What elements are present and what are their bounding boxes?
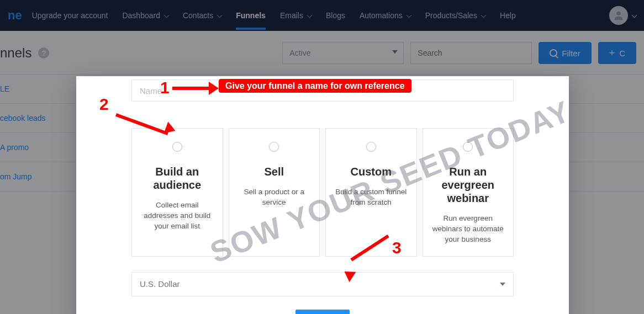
option-desc: Run evergreen webinars to automate your …	[430, 214, 507, 245]
option-evergreen-webinar[interactable]: Run an evergreen webinar Run evergreen w…	[423, 128, 514, 257]
option-sell[interactable]: Sell Sell a product or a service	[229, 128, 320, 257]
funnel-type-options: Build an audience Collect email addresse…	[131, 128, 514, 257]
funnel-name-input[interactable]: Name	[131, 79, 514, 102]
create-funnel-modal: Name Build an audience Collect email add…	[76, 76, 569, 314]
option-title: Run an evergreen webinar	[430, 165, 507, 205]
option-build-audience[interactable]: Build an audience Collect email addresse…	[131, 128, 223, 257]
option-title: Build an audience	[139, 165, 216, 191]
radio-icon[interactable]	[463, 142, 473, 152]
option-desc: Collect email addresses and build your e…	[139, 200, 216, 232]
create-button[interactable]: Create	[295, 310, 349, 314]
option-desc: Sell a product or a service	[236, 187, 313, 208]
chevron-down-icon	[500, 283, 505, 286]
option-title: Sell	[236, 165, 313, 178]
option-title: Custom	[332, 165, 410, 178]
radio-icon[interactable]	[172, 142, 182, 152]
currency-dropdown[interactable]: U.S. Dollar	[131, 272, 514, 296]
input-placeholder: Name	[140, 86, 162, 95]
dropdown-value: U.S. Dollar	[140, 279, 180, 289]
radio-icon[interactable]	[366, 142, 376, 152]
radio-icon[interactable]	[269, 142, 279, 152]
option-custom[interactable]: Custom Build a custom funnel from scratc…	[325, 128, 417, 257]
option-desc: Build a custom funnel from scratch	[332, 187, 410, 208]
